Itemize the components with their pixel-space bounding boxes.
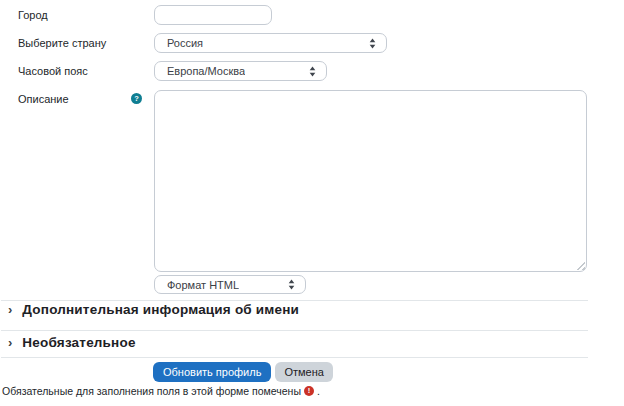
city-input[interactable] [154,5,272,25]
select-arrows-icon [288,279,295,290]
edit-profile-form: Город Выберите страну Россия Часовой поя… [0,0,624,406]
timezone-select[interactable]: Европа/Москва [154,61,327,81]
select-arrows-icon [369,38,376,49]
description-textarea[interactable] [154,90,587,272]
description-field-wrapper [154,90,587,272]
required-fields-suffix: . [317,385,320,397]
select-arrows-icon [309,66,316,77]
divider [1,330,588,331]
section-label: Необязательное [22,336,135,350]
cancel-button[interactable]: Отмена [275,362,332,382]
chevron-right-icon: › [8,303,12,317]
divider [1,357,588,358]
required-fields-note: Обязательные для заполнения поля в этой … [2,385,320,397]
format-select-value: Формат HTML [167,279,239,291]
section-optional[interactable]: › Необязательное [8,336,136,350]
required-icon: ! [304,386,314,396]
country-select-value: Россия [167,37,203,49]
timezone-label: Часовой пояс [18,66,88,77]
format-select[interactable]: Формат HTML [154,275,306,294]
update-profile-button[interactable]: Обновить профиль [153,362,271,382]
country-select[interactable]: Россия [154,33,387,53]
city-label: Город [18,10,48,21]
timezone-select-value: Европа/Москва [167,65,245,77]
description-label: Описание [18,94,69,105]
section-label: Дополнительная информация об имени [22,303,299,317]
divider [1,300,588,301]
section-additional-names[interactable]: › Дополнительная информация об имени [8,303,299,317]
help-icon[interactable]: ? [131,93,142,104]
country-label: Выберите страну [18,38,106,49]
form-actions: Обновить профиль Отмена [153,362,333,382]
chevron-right-icon: › [8,336,12,350]
required-fields-text: Обязательные для заполнения поля в этой … [2,385,301,397]
